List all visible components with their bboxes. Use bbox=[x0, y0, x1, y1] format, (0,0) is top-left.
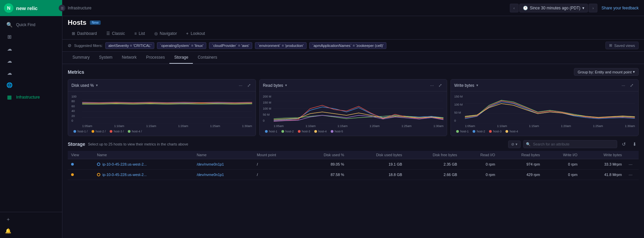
chart-read-bytes-header: Read bytes ▾ ··· ⤢ bbox=[260, 79, 447, 92]
chart-disk-more-btn[interactable]: ··· bbox=[237, 82, 244, 88]
chart-disk-expand-btn[interactable]: ⤢ bbox=[246, 82, 252, 88]
sidebar-toggle-btn[interactable]: ☰ bbox=[59, 5, 65, 11]
group-by-button[interactable]: Group by: Entity and mount point ▾ bbox=[574, 68, 639, 76]
sidebar-item-cloud3[interactable]: ☁ bbox=[1, 67, 61, 79]
filter-chip-3[interactable]: `environment` = 'production' bbox=[255, 42, 307, 49]
subnav-tab-dashboard[interactable]: ⊞ Dashboard bbox=[68, 28, 101, 39]
subnav-tab-lookout[interactable]: ⌖ Lookout bbox=[182, 28, 209, 39]
row0-free-bytes: 2.35 GB bbox=[406, 159, 461, 170]
refresh-btn[interactable]: ↺ bbox=[620, 140, 628, 148]
sidebar-item-home[interactable]: ⊞ bbox=[1, 31, 61, 43]
chart-write-legend: host-1 host-2 host-3 host-4 bbox=[454, 128, 635, 134]
row0-view bbox=[68, 159, 94, 170]
chart-write-svg bbox=[465, 94, 635, 124]
download-btn[interactable]: ⬇ bbox=[631, 140, 639, 148]
col-write-bytes[interactable]: Write bytes bbox=[581, 151, 625, 159]
row0-read-io: 0 rpm bbox=[461, 159, 498, 170]
chart-read-filter-icon: ▾ bbox=[285, 83, 287, 87]
logo-text: new relic bbox=[16, 5, 38, 11]
col-disk-bytes-label: Disk used bytes bbox=[376, 153, 402, 157]
sidebar-quick-find-label: Quick Find bbox=[16, 22, 35, 27]
tab-storage[interactable]: Storage bbox=[169, 52, 193, 64]
sidebar-item-globe[interactable]: 🌐 bbox=[1, 79, 61, 91]
storage-title: Storage bbox=[68, 141, 85, 147]
table-header-row: View Name Name Mount point Disk used % D… bbox=[68, 151, 639, 159]
filter-chip-0[interactable]: alertSeverity = 'CRITICAL' bbox=[105, 42, 154, 49]
chart-write-more-btn[interactable]: ··· bbox=[620, 82, 627, 88]
row1-write-io: 0 rpm bbox=[543, 170, 581, 180]
storage-subtitle: Select up to 25 hosts to view their metr… bbox=[88, 142, 188, 146]
chart-write-expand-btn[interactable]: ⤢ bbox=[629, 82, 635, 88]
row1-free-bytes: 2.66 GB bbox=[406, 170, 461, 180]
chart-disk-actions: ··· ⤢ bbox=[237, 82, 252, 88]
legend-item: host-2 bbox=[473, 130, 485, 133]
sidebar-add-btn[interactable]: ＋ bbox=[0, 214, 62, 225]
col-name1[interactable]: Name bbox=[94, 151, 193, 159]
subnav-tab-classic[interactable]: ☰ Classic bbox=[102, 28, 129, 39]
col-read-bytes[interactable]: Read bytes bbox=[498, 151, 543, 159]
storage-header: Storage Select up to 25 hosts to view th… bbox=[68, 140, 639, 148]
sidebar-item-monitor[interactable]: ☁ bbox=[1, 43, 61, 55]
row0-more-button[interactable]: ··· bbox=[629, 162, 633, 167]
breadcrumb-link[interactable]: Infrastructure bbox=[68, 6, 92, 10]
chart-read-more-btn[interactable]: ··· bbox=[429, 82, 435, 88]
sidebar-item-cloud2[interactable]: ☁ bbox=[1, 55, 61, 67]
col-disk-used-pct[interactable]: Disk used % bbox=[300, 151, 347, 159]
subnav-tab-navigator[interactable]: ◎ Navigator bbox=[150, 28, 181, 39]
col-read-io[interactable]: Read I/O bbox=[461, 151, 498, 159]
legend-item: host-1 / bbox=[73, 130, 88, 133]
chart-write-bytes: Write bytes ▾ ··· ⤢ 150 M 100 M 50 M bbox=[450, 79, 639, 136]
filter-row: ⊘ Suggested filters: alertSeverity = 'CR… bbox=[62, 40, 644, 52]
time-next-btn[interactable]: › bbox=[589, 4, 597, 12]
chart-read-bytes: Read bytes ▾ ··· ⤢ 200 M 150 M 100 M bbox=[259, 79, 447, 136]
chart-read-expand-btn[interactable]: ⤢ bbox=[437, 82, 443, 88]
filter-chip-2[interactable]: `cloudProvider` = 'aws' bbox=[209, 42, 252, 49]
legend-dot bbox=[265, 130, 268, 133]
row1-name2[interactable]: /dev/nvme0n1p1 bbox=[193, 170, 253, 180]
tab-containers[interactable]: Containers bbox=[193, 52, 222, 64]
infrastructure-icon: ▦ bbox=[6, 94, 13, 100]
col-write-io[interactable]: Write I/O bbox=[543, 151, 581, 159]
time-prev-btn[interactable]: ‹ bbox=[510, 4, 519, 12]
chart-read-body: 200 M 150 M 100 M 50 M 0 bbox=[260, 92, 447, 136]
col-mount[interactable]: Mount point bbox=[254, 151, 300, 159]
row0-host-name: ip-10-0-45-228.us-west-2... bbox=[102, 162, 147, 166]
tab-network[interactable]: Network bbox=[117, 52, 141, 64]
subnav-dashboard-label: Dashboard bbox=[77, 31, 97, 36]
subnav-tab-list[interactable]: ≡ List bbox=[130, 28, 149, 39]
subnav-classic-label: Classic bbox=[112, 31, 125, 36]
col-name2[interactable]: Name bbox=[193, 151, 253, 159]
row1-host-name[interactable]: ip-10-0-45-228.us-west-2... bbox=[102, 173, 147, 177]
chart-read-bytes-title: Read bytes bbox=[263, 83, 283, 88]
add-icon: ＋ bbox=[5, 216, 11, 223]
filter-sort-chevron: ▾ bbox=[516, 142, 518, 146]
saved-views-button[interactable]: ⊞ Saved views bbox=[605, 42, 639, 49]
chart-disk-y-labels: 100 80 60 40 20 0 bbox=[71, 94, 82, 124]
share-feedback-link[interactable]: Share your feedback bbox=[601, 6, 639, 10]
tab-processes[interactable]: Processes bbox=[141, 52, 169, 64]
col-actions bbox=[625, 151, 639, 159]
saved-views-icon: ⊞ bbox=[609, 43, 612, 48]
chart-read-y-labels: 200 M 150 M 100 M 50 M 0 bbox=[263, 94, 273, 124]
row1-view bbox=[68, 170, 94, 180]
time-range-button[interactable]: 🕐 Since 30 minutes ago (PDT) ▾ bbox=[519, 4, 588, 12]
filter-sort-button[interactable]: ⊘ ▾ bbox=[508, 140, 521, 148]
col-disk-pct-label: Disk used % bbox=[324, 153, 344, 157]
sidebar-item-infrastructure[interactable]: ▦ Infrastructure bbox=[1, 92, 61, 103]
tab-system[interactable]: System bbox=[94, 52, 117, 64]
col-disk-free-bytes[interactable]: Disk free bytes bbox=[406, 151, 461, 159]
filter-chip-1[interactable]: `operatingSystem` = 'linux' bbox=[157, 42, 206, 49]
legend-dot bbox=[128, 130, 130, 133]
chart-write-inner bbox=[465, 94, 635, 124]
chart-write-x-labels: 1:05am 1:10am 1:15am 1:20am 1:25am 1:30a… bbox=[454, 124, 635, 128]
col-disk-used-bytes[interactable]: Disk used bytes bbox=[347, 151, 406, 159]
row0-disk-bytes: 19.1 GB bbox=[347, 159, 406, 170]
sidebar-item-quick-find[interactable]: 🔍 Quick Find bbox=[1, 19, 61, 31]
cloud2-icon: ☁ bbox=[6, 58, 13, 64]
sidebar-bell-btn[interactable]: 🔔 bbox=[0, 225, 62, 237]
search-input[interactable] bbox=[523, 140, 617, 148]
table-row: ip-10-0-45-228.us-west-2... /dev/nvme0n1… bbox=[68, 170, 639, 180]
tab-summary[interactable]: Summary bbox=[68, 52, 94, 64]
row1-more-button[interactable]: ··· bbox=[629, 172, 633, 177]
filter-chip-4[interactable]: `apmApplicationNames` = 'zookeeper (cell… bbox=[309, 42, 386, 49]
